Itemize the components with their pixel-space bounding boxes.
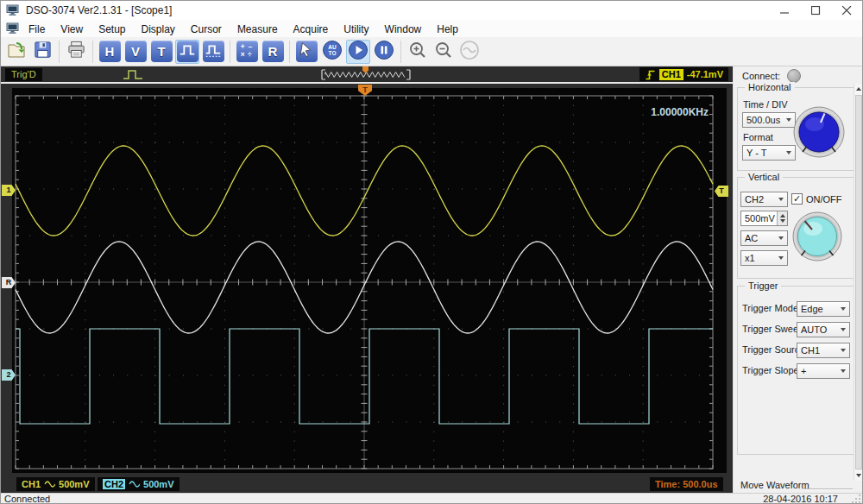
waveform-preview-strip[interactable] bbox=[318, 68, 413, 81]
toolbar-separator bbox=[92, 41, 93, 63]
time-div-label: Time / DIV bbox=[743, 99, 788, 110]
maximize-button[interactable] bbox=[800, 1, 831, 20]
math-functions-button[interactable]: +−×÷ bbox=[235, 40, 259, 64]
menu-item-setup[interactable]: Setup bbox=[91, 22, 133, 37]
trigger-mode-select[interactable]: Edge bbox=[797, 301, 850, 317]
chevron-down-icon bbox=[778, 256, 784, 260]
scroll-down-icon[interactable] bbox=[855, 471, 862, 480]
save-button[interactable] bbox=[30, 40, 54, 64]
ch2-scale-readout[interactable]: CH2 500mV bbox=[98, 477, 180, 491]
reference-waveform-button[interactable]: R bbox=[261, 40, 285, 64]
trigger-slope-select[interactable]: + bbox=[797, 363, 850, 379]
move-waveform-slider[interactable] bbox=[803, 488, 853, 490]
svg-text:−: − bbox=[249, 43, 253, 51]
menu-item-view[interactable]: View bbox=[53, 22, 91, 37]
trigger-row-label: Trigger Mode bbox=[742, 303, 798, 313]
continuous-capture-button[interactable] bbox=[457, 40, 482, 64]
trigger-status-bar: Trig'D CH1 -47.1mV bbox=[1, 66, 733, 82]
trigger-settings-button[interactable]: T bbox=[149, 40, 173, 64]
toolbar-separator bbox=[59, 41, 60, 63]
pause-button[interactable] bbox=[372, 40, 396, 64]
ch1-label: CH1 bbox=[22, 479, 41, 489]
printer-icon bbox=[66, 40, 86, 63]
probe-select[interactable]: x1 bbox=[740, 250, 788, 266]
toolbar: HVT+−×÷RAUTO bbox=[1, 37, 862, 66]
ch1-scale-readout[interactable]: CH1 500mV bbox=[16, 477, 95, 491]
format-select[interactable]: Y - T bbox=[742, 145, 796, 161]
pause-icon bbox=[374, 40, 394, 64]
scope-display[interactable]: 1.00000KHz 1 R 2 T T bbox=[1, 84, 733, 475]
chevron-down-icon bbox=[841, 349, 846, 352]
run-button[interactable] bbox=[346, 40, 370, 64]
app-icon bbox=[6, 4, 19, 16]
horizontal-knob[interactable] bbox=[791, 104, 847, 160]
folder-open-icon bbox=[6, 40, 27, 64]
window-controls bbox=[769, 1, 862, 20]
auto-setup-button[interactable]: AUTO bbox=[320, 40, 344, 64]
connection-status: Connected bbox=[4, 494, 50, 504]
cursor-tool-button[interactable] bbox=[294, 40, 318, 64]
reference-waveform-label: R bbox=[268, 45, 278, 58]
volt-scale-stepper[interactable]: 500mV bbox=[740, 211, 788, 226]
channel-select[interactable]: CH2 bbox=[740, 192, 788, 207]
waveform-mode-button[interactable] bbox=[175, 40, 199, 64]
title-bar: DSO-3074 Ver2.1.31 - [Scope1] bbox=[1, 1, 862, 20]
wave-circle-icon bbox=[459, 40, 480, 64]
coupling-select[interactable]: AC bbox=[740, 230, 788, 246]
menu-item-display[interactable]: Display bbox=[134, 22, 183, 37]
zoom-in-button[interactable] bbox=[406, 40, 430, 64]
pulse-sample-icon bbox=[204, 41, 223, 63]
window-title: DSO-3074 Ver2.1.31 - [Scope1] bbox=[26, 4, 172, 16]
menu-item-help[interactable]: Help bbox=[429, 22, 466, 37]
frequency-readout: 1.00000KHz bbox=[651, 106, 709, 118]
minimize-button[interactable] bbox=[769, 1, 800, 20]
menu-item-acquire[interactable]: Acquire bbox=[286, 22, 337, 37]
close-button[interactable] bbox=[831, 1, 862, 20]
move-waveform-label: Move Waveform bbox=[740, 480, 809, 490]
horizontal-settings-button[interactable]: H bbox=[98, 40, 122, 64]
time-div-select[interactable]: 500.0us bbox=[742, 112, 796, 128]
onoff-checkbox[interactable]: ✓ bbox=[791, 193, 803, 205]
print-button[interactable] bbox=[64, 40, 88, 64]
menu-item-file[interactable]: File bbox=[21, 22, 53, 37]
toolbar-separator bbox=[400, 41, 401, 63]
app-window: DSO-3074 Ver2.1.31 - [Scope1] FileViewSe… bbox=[0, 0, 863, 504]
trigger-source-badge: CH1 bbox=[659, 69, 683, 80]
trigger-row-label: Trigger Slope bbox=[742, 365, 799, 375]
play-icon bbox=[348, 40, 369, 64]
chevron-down-icon bbox=[841, 328, 846, 331]
trigger-row-label: Trigger Source bbox=[742, 344, 804, 355]
vertical-group: Vertical CH2 ✓ ON/OFF 500mV AC x1 bbox=[737, 177, 854, 279]
trigger-sweep-select[interactable]: AUTO bbox=[797, 322, 850, 337]
trigger-readout: CH1 -47.1mV bbox=[639, 67, 728, 81]
pulse-indicator-icon bbox=[122, 67, 144, 81]
connect-label: Connect: bbox=[742, 71, 780, 81]
stepper-arrows-icon[interactable] bbox=[777, 211, 787, 225]
timebase-readout[interactable]: Time: 500.0us bbox=[650, 477, 723, 491]
horizontal-group: Horizontal Time / DIV 500.0us Format Y -… bbox=[737, 87, 854, 171]
trigger-row-label: Trigger Sweep bbox=[742, 324, 803, 334]
math-operators-icon: +−×÷ bbox=[237, 41, 256, 63]
menu-item-measure[interactable]: Measure bbox=[230, 22, 286, 37]
scrollbar-thumb[interactable] bbox=[855, 95, 862, 469]
ch1-scale: 500mV bbox=[59, 479, 89, 489]
chevron-down-icon bbox=[841, 369, 846, 373]
menu-bar: FileViewSetupDisplayCursorMeasureAcquire… bbox=[1, 20, 862, 37]
waveform-plot bbox=[1, 84, 733, 475]
scope-panel: Trig'D CH1 -47.1mV 1.00000KHz 1 R 2 bbox=[1, 66, 733, 493]
vertical-knob[interactable] bbox=[791, 210, 844, 263]
menu-item-cursor[interactable]: Cursor bbox=[183, 22, 230, 37]
resize-grip[interactable] bbox=[851, 494, 861, 504]
trigger-source-select[interactable]: CH1 bbox=[797, 343, 850, 358]
sampling-mode-button[interactable] bbox=[201, 40, 225, 64]
scroll-up-icon[interactable] bbox=[855, 85, 862, 93]
svg-text:÷: ÷ bbox=[248, 51, 252, 59]
menu-item-utility[interactable]: Utility bbox=[336, 22, 376, 37]
panel-scrollbar[interactable] bbox=[854, 84, 862, 481]
vertical-settings-button[interactable]: V bbox=[123, 40, 148, 64]
menu-item-window[interactable]: Window bbox=[377, 22, 430, 37]
zoom-out-button[interactable] bbox=[432, 40, 456, 64]
trigger-settings-label: T bbox=[157, 45, 165, 58]
toolbar-separator bbox=[230, 41, 230, 63]
open-button[interactable] bbox=[4, 40, 28, 64]
